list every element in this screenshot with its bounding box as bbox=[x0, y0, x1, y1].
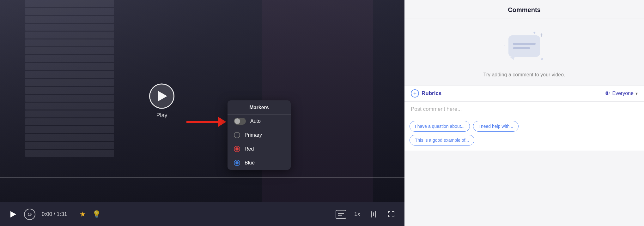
deco-sparkle: ✦ bbox=[532, 30, 536, 35]
layout-icon bbox=[371, 211, 376, 217]
chips-row-1: I have a question about... I need help w… bbox=[410, 121, 639, 132]
fullscreen-icon bbox=[388, 211, 394, 217]
play-pause-button[interactable] bbox=[8, 209, 18, 219]
play-button[interactable] bbox=[149, 84, 174, 109]
everyone-visibility-button[interactable]: 👁 Everyone ▾ bbox=[605, 90, 638, 97]
primary-radio[interactable] bbox=[234, 132, 240, 138]
bubble-tail bbox=[510, 57, 515, 60]
bulb-icon[interactable]: 💡 bbox=[92, 210, 101, 218]
marker-auto-row[interactable]: Auto bbox=[228, 115, 291, 128]
comment-line-1 bbox=[513, 43, 536, 45]
rubrics-label: Rubrics bbox=[422, 90, 441, 97]
markers-title: Markers bbox=[228, 100, 291, 115]
comments-empty-state: · + ✦ × Try adding a comment to your vid… bbox=[404, 19, 644, 85]
subtitle-lines bbox=[338, 213, 344, 216]
fullscreen-button[interactable] bbox=[386, 209, 397, 220]
comment-bubble-illustration bbox=[508, 35, 540, 57]
blue-radio[interactable] bbox=[234, 160, 240, 166]
toggle-knob bbox=[234, 118, 240, 124]
comment-illustration: · + ✦ × bbox=[502, 29, 546, 67]
layout-bar-2 bbox=[373, 212, 374, 216]
chip-help[interactable]: I need help with... bbox=[473, 121, 519, 132]
speed-button[interactable]: 1x bbox=[353, 210, 361, 219]
skip-button[interactable]: 15 bbox=[24, 209, 35, 220]
comments-title: Comments bbox=[412, 6, 636, 14]
primary-label: Primary bbox=[245, 132, 262, 138]
red-label: Red bbox=[245, 146, 254, 152]
chip-example[interactable]: This is a good example of... bbox=[410, 135, 474, 146]
deco-dot-br: × bbox=[540, 56, 544, 62]
markers-popup: Markers Auto Primary Red Blue bbox=[228, 100, 291, 170]
fs-corner-tl bbox=[388, 211, 390, 213]
comment-lines bbox=[508, 40, 540, 52]
layout-bar-3 bbox=[375, 211, 376, 217]
video-panel: Play Markers Auto Primary Red bbox=[0, 0, 404, 226]
comment-input-area[interactable]: Post comment here... bbox=[404, 102, 644, 117]
rubrics-add-button[interactable]: + Rubrics bbox=[411, 89, 441, 98]
fs-corner-bl bbox=[388, 215, 390, 217]
video-area: Play Markers Auto Primary Red bbox=[0, 0, 404, 202]
subtitle-button[interactable] bbox=[335, 209, 347, 220]
marker-red-row[interactable]: Red bbox=[228, 142, 291, 156]
layout-bar-1 bbox=[371, 211, 372, 217]
play-label: Play bbox=[156, 112, 167, 119]
play-pause-icon bbox=[10, 211, 16, 217]
auto-label: Auto bbox=[250, 118, 261, 124]
chip-question[interactable]: I have a question about... bbox=[410, 121, 470, 132]
comments-header: Comments bbox=[404, 0, 644, 19]
chips-row-2: This is a good example of... bbox=[410, 135, 639, 146]
comments-panel: Comments · + ✦ × Try adding a comment to… bbox=[404, 0, 644, 226]
arrow-shaft bbox=[186, 121, 218, 123]
subtitle-icon bbox=[336, 210, 346, 219]
empty-state-text: Try adding a comment to your video. bbox=[483, 72, 565, 78]
fs-corner-tr bbox=[392, 211, 394, 213]
sub-line-1 bbox=[338, 213, 344, 214]
auto-toggle[interactable] bbox=[234, 118, 246, 125]
video-controls-bar: 15 0:00 / 1:31 ★ 💡 1x bbox=[0, 202, 404, 226]
red-radio[interactable] bbox=[234, 146, 240, 152]
red-arrow-indicator bbox=[186, 117, 226, 127]
sub-line-2 bbox=[338, 215, 342, 216]
progress-bar-container[interactable] bbox=[0, 177, 404, 178]
blue-label: Blue bbox=[245, 160, 255, 166]
layout-button[interactable] bbox=[368, 209, 379, 220]
comment-placeholder[interactable]: Post comment here... bbox=[411, 106, 638, 112]
everyone-label: Everyone bbox=[612, 91, 634, 96]
deco-plus: + bbox=[539, 32, 543, 39]
skip-label: 15 bbox=[28, 212, 32, 216]
quick-replies-section: I have a question about... I need help w… bbox=[404, 117, 644, 151]
play-overlay: Play bbox=[149, 84, 174, 119]
fs-corner-br bbox=[392, 215, 394, 217]
eye-icon: 👁 bbox=[605, 90, 610, 97]
marker-blue-row[interactable]: Blue bbox=[228, 156, 291, 170]
play-icon bbox=[158, 91, 167, 101]
deco-dot-tl: · bbox=[504, 42, 506, 49]
bookmark-icon[interactable]: ★ bbox=[80, 210, 86, 218]
comment-line-2 bbox=[513, 47, 530, 49]
time-display: 0:00 / 1:31 bbox=[42, 211, 73, 217]
arrow-head bbox=[218, 117, 226, 127]
video-blinds-decoration bbox=[25, 0, 114, 202]
rubrics-row: + Rubrics 👁 Everyone ▾ bbox=[404, 85, 644, 102]
chevron-down-icon: ▾ bbox=[635, 91, 638, 96]
marker-primary-row[interactable]: Primary bbox=[228, 128, 291, 142]
plus-circle-icon: + bbox=[411, 89, 419, 98]
